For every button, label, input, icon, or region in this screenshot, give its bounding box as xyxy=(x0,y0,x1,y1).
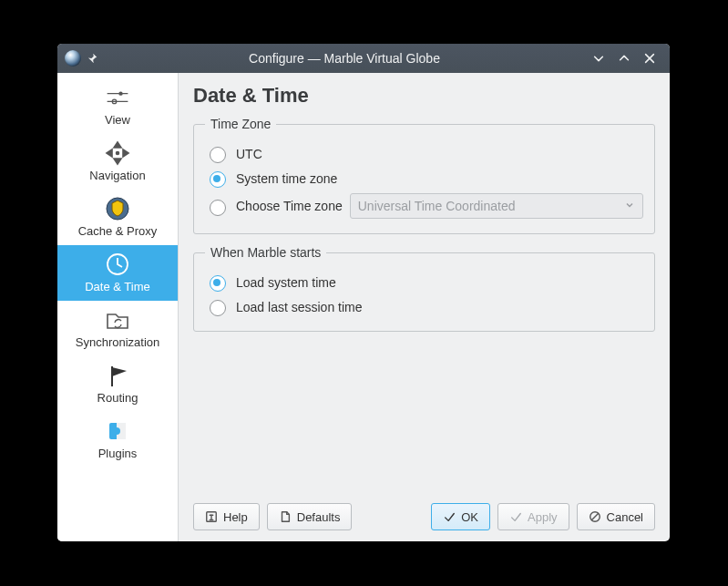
svg-marker-7 xyxy=(114,159,121,164)
timezone-select[interactable]: Universal Time Coordinated xyxy=(350,193,643,219)
chevron-down-icon xyxy=(624,199,635,213)
flag-icon xyxy=(105,362,130,389)
apply-button[interactable]: Apply xyxy=(497,503,569,530)
sidebar-item-synchronization[interactable]: Synchronization xyxy=(57,301,178,356)
check-icon xyxy=(509,510,522,523)
sidebar-item-label: Date & Time xyxy=(85,280,150,293)
sidebar-item-cache-proxy[interactable]: Cache & Proxy xyxy=(57,190,178,245)
sidebar-item-navigation[interactable]: Navigation xyxy=(57,134,178,190)
label-load-system-time[interactable]: Load system time xyxy=(236,275,336,290)
titlebar: Configure — Marble Virtual Globe xyxy=(57,44,670,73)
configure-window: Configure — Marble Virtual Globe View xyxy=(57,44,670,541)
label-utc[interactable]: UTC xyxy=(236,147,262,161)
sidebar-item-label: Cache & Proxy xyxy=(78,224,158,238)
close-button[interactable] xyxy=(637,44,662,73)
label-load-last-session[interactable]: Load last session time xyxy=(236,300,363,314)
sliders-icon xyxy=(105,84,130,111)
sidebar-item-date-time[interactable]: Date & Time xyxy=(57,245,178,301)
globe-shield-icon xyxy=(105,195,130,222)
cancel-icon xyxy=(589,510,601,523)
svg-point-10 xyxy=(117,152,119,155)
help-icon xyxy=(205,510,218,523)
pin-icon[interactable] xyxy=(81,52,103,65)
timezone-select-value: Universal Time Coordinated xyxy=(358,199,516,213)
sidebar-item-plugins[interactable]: Plugins xyxy=(57,412,178,468)
sidebar-item-label: Synchronization xyxy=(76,335,160,349)
svg-marker-6 xyxy=(114,142,121,148)
label-system-timezone[interactable]: System time zone xyxy=(236,171,337,186)
startup-group: When Marble starts Load system time Load… xyxy=(193,245,655,332)
sidebar-item-label: View xyxy=(105,113,130,127)
move-arrows-icon xyxy=(105,139,130,167)
folder-sync-icon xyxy=(105,306,130,334)
plugin-icon xyxy=(105,417,130,445)
radio-utc[interactable] xyxy=(210,147,226,163)
button-bar: Help Defaults OK Apply Cancel xyxy=(193,496,655,530)
sidebar-item-routing[interactable]: Routing xyxy=(57,356,178,412)
timezone-group: Time Zone UTC System time zone Choose Ti… xyxy=(193,117,655,234)
app-icon xyxy=(65,50,81,67)
radio-system-timezone[interactable] xyxy=(210,171,226,188)
startup-legend: When Marble starts xyxy=(205,245,326,260)
radio-load-system-time[interactable] xyxy=(210,275,226,292)
label-choose-timezone[interactable]: Choose Time zone xyxy=(236,199,343,213)
document-icon xyxy=(279,510,292,523)
timezone-legend: Time Zone xyxy=(205,117,276,131)
svg-line-22 xyxy=(591,514,598,520)
cancel-button[interactable]: Cancel xyxy=(577,503,655,530)
defaults-button[interactable]: Defaults xyxy=(267,503,353,530)
sidebar: View Navigation xyxy=(57,73,178,541)
minimize-button[interactable] xyxy=(586,44,611,73)
sidebar-item-label: Navigation xyxy=(89,169,145,182)
ok-button[interactable]: OK xyxy=(431,503,490,530)
help-button[interactable]: Help xyxy=(193,503,260,530)
sidebar-item-label: Routing xyxy=(97,391,138,405)
sidebar-item-label: Plugins xyxy=(98,447,138,460)
page-title: Date & Time xyxy=(193,84,655,108)
maximize-button[interactable] xyxy=(611,44,637,73)
radio-load-last-session[interactable] xyxy=(210,300,226,316)
window-title: Configure — Marble Virtual Globe xyxy=(103,51,586,66)
clock-icon xyxy=(105,251,130,278)
check-icon xyxy=(443,510,456,523)
svg-marker-9 xyxy=(123,149,128,157)
svg-marker-8 xyxy=(107,149,112,157)
radio-choose-timezone[interactable] xyxy=(210,200,226,216)
sidebar-item-view[interactable]: View xyxy=(57,78,178,134)
content-pane: Date & Time Time Zone UTC System time zo… xyxy=(178,73,670,541)
